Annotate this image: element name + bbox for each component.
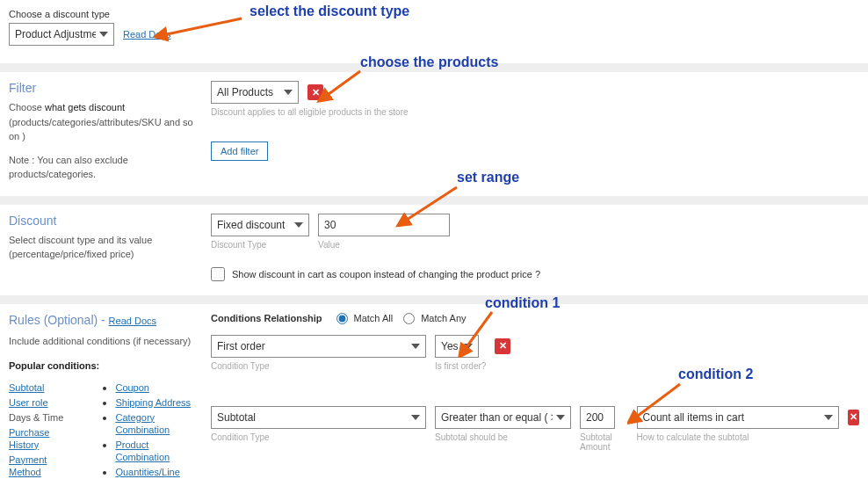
cond-link-purchase-history[interactable]: Purchase History [9,427,49,450]
discount-value-input[interactable] [318,214,450,236]
cond2-type-select[interactable]: Subtotal [211,406,426,429]
discount-type-sublabel: Discount Type [211,240,309,250]
filter-title: Filter [9,81,202,95]
cond2-op-select[interactable]: Greater than or equal ( >= ) [435,406,571,429]
show-as-coupon-label: Show discount in cart as coupon instead … [232,269,540,279]
discount-type-select[interactable]: Product Adjustment [9,23,114,46]
cond2-calc-select[interactable]: Count all items in cart [637,406,839,429]
cond-link-coupon[interactable]: Coupon [115,382,149,393]
divider [0,196,868,205]
cond-link-subtotal[interactable]: Subtotal [9,382,44,393]
discount-type-label: Choose a discount type [9,9,170,19]
cond-link-category-combination[interactable]: Category Combination [115,412,170,435]
annotation-set-range: set range [457,170,519,185]
cond-link-payment-method[interactable]: Payment Method [9,454,47,477]
filter-note: Note : You can also exclude products/cat… [9,153,202,182]
cond1-value-select[interactable]: Yes [435,335,479,358]
add-filter-button[interactable]: Add filter [211,142,268,161]
rules-read-docs-link[interactable]: Read Docs [109,316,156,326]
filter-apply-note: Discount applies to all eligible product… [211,107,859,117]
filter-products-select[interactable]: All Products [211,81,299,104]
annotation-discount-type: select the discount type [250,4,409,19]
cond-link-quantities[interactable]: Quantities/Line items [115,467,179,480]
match-all-label: Match All [354,313,394,323]
show-as-coupon-checkbox[interactable] [211,267,225,281]
match-all-radio[interactable] [336,313,348,324]
rules-help: Include additional conditions (if necess… [9,334,202,349]
cond2-op-sublabel: Subtotal should be [435,432,571,442]
annotation-choose-products: choose the products [360,54,498,70]
cond1-type-sublabel: Condition Type [211,361,426,371]
cond1-value-sublabel: Is first order? [435,361,486,371]
conditions-relationship-label: Conditions Relationship [211,313,322,323]
cond1-type-select[interactable]: First order [211,335,426,358]
cond2-calc-sublabel: How to calculate the subtotal [637,432,839,442]
divider [0,295,868,304]
remove-cond2-button[interactable]: ✕ [848,410,859,425]
cond-link-shipping-address[interactable]: Shipping Address [115,397,191,408]
discount-type-value-select[interactable]: Fixed discount [211,214,309,236]
popular-conditions-label: Popular conditions: [9,359,202,374]
discount-help: Select discount type and its value (perc… [9,233,202,262]
rules-title: Rules (Optional) - [9,313,109,327]
remove-filter-button[interactable]: ✕ [307,84,323,100]
annotation-condition-1: condition 1 [485,295,560,311]
annotation-condition-2: condition 2 [678,367,753,382]
filter-help: Choose what gets discount (products/cate… [9,100,202,144]
match-any-label: Match Any [421,313,466,323]
cond-link-days-time: Days & Time [9,412,63,423]
discount-title: Discount [9,214,202,228]
discount-value-sublabel: Value [318,240,450,250]
cond-link-user-role[interactable]: User role [9,397,48,408]
cond2-amount-sublabel: Subtotal Amount [580,432,628,452]
cond-link-product-combination[interactable]: Product Combination [115,439,170,462]
match-any-radio[interactable] [403,313,415,324]
read-docs-link[interactable]: Read Docs [123,29,170,40]
cond2-type-sublabel: Condition Type [211,432,426,442]
cond2-amount-input[interactable] [580,406,615,429]
remove-cond1-button[interactable]: ✕ [495,338,510,354]
